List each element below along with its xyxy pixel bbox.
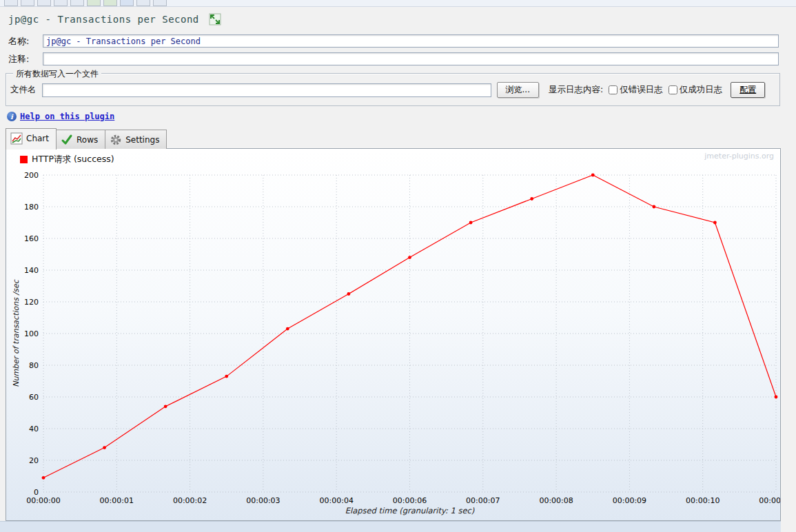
toolbar-strip [0,0,796,7]
tab-rows[interactable]: Rows [56,130,105,149]
browse-button[interactable]: 浏览... [497,82,539,98]
write-file-group: 所有数据写入一个文件 文件名 浏览... 显示日志内容: 仅错误日志 仅成功日志… [6,73,780,106]
errors-only-checkbox[interactable] [609,85,618,94]
x-tick-label: 00:00:02 [173,496,207,505]
tab-settings[interactable]: Settings [105,130,167,149]
data-point [713,221,717,225]
name-label: 名称: [8,35,43,48]
y-tick-label: 140 [24,266,39,275]
name-row: 名称: [8,34,779,48]
toolbar-fragment-icon[interactable] [4,0,18,6]
toolbar-fragment-icon[interactable] [37,0,51,6]
panel-title: jp@gc - Transactions per Second [8,14,199,25]
toolbar-fragment-icon[interactable] [136,0,150,6]
jmeter-tps-panel: jp@gc - Transactions per Second 名称: 注释: … [0,0,796,532]
legend-label: HTTP请求 (success) [32,154,114,165]
data-point [286,327,289,331]
errors-only-label: 仅错误日志 [620,84,663,96]
gear-icon [110,134,122,146]
toolbar-fragment-icon[interactable] [70,0,84,6]
data-point [103,446,106,449]
chart-legend: HTTP请求 (success) [20,154,114,165]
comment-input[interactable] [43,52,779,65]
x-tick-label: 00:00:10 [686,496,720,505]
tab-rows-label: Rows [76,135,98,145]
success-only-checkbox[interactable] [669,85,677,94]
data-point [42,476,45,480]
legend-color-swatch [20,156,28,163]
toolbar-fragment-icon[interactable] [21,0,34,6]
y-tick-label: 180 [24,203,39,212]
y-tick-label: 200 [24,171,39,180]
x-tick-label: 00:00:06 [393,496,427,505]
y-tick-label: 80 [29,361,39,370]
chart-panel: HTTP请求 (success) jmeter-plugins.org 0204… [6,148,781,521]
expand-toggle-icon[interactable] [209,13,221,25]
success-only-checkbox-wrap[interactable]: 仅成功日志 [669,84,723,96]
data-point [164,405,167,408]
toolbar-fragment-icon[interactable] [103,0,117,6]
data-point [652,205,655,209]
x-tick-label: 00:00:08 [539,496,573,505]
y-tick-label: 100 [24,329,39,338]
y-tick-label: 120 [24,298,39,307]
filename-label: 文件名 [10,84,37,96]
x-tick-label: 00:00:09 [613,496,646,505]
data-point [225,375,228,378]
x-tick-label: 00:00:03 [246,496,280,505]
x-axis-title: Elapsed time (granularity: 1 sec) [345,506,475,515]
write-file-group-title: 所有数据写入一个文件 [13,68,101,80]
data-point [530,197,533,201]
data-point [775,396,778,399]
y-axis-title: Number of transactions /sec [12,279,21,387]
success-only-label: 仅成功日志 [680,84,723,96]
tab-chart-label: Chart [26,134,49,143]
tps-line-chart: 02040608010012014016018020000:00:0000:00… [6,149,780,520]
x-tick-label: 00:00:04 [319,496,353,505]
check-icon [61,134,73,146]
x-tick-label: 00:00:07 [466,496,500,505]
write-file-row: 文件名 浏览... 显示日志内容: 仅错误日志 仅成功日志 配置 [10,82,775,98]
y-tick-label: 40 [29,424,39,433]
filename-input[interactable] [42,83,491,97]
y-tick-label: 20 [29,456,39,465]
y-tick-label: 60 [29,393,39,402]
help-row: i Help on this plugin [7,112,114,121]
name-input[interactable] [43,34,779,48]
series-line [43,175,776,478]
tab-settings-label: Settings [125,135,159,145]
y-tick-label: 160 [24,234,39,243]
tab-bar: Chart Rows Settings [6,127,167,149]
chart-grid: 02040608010012014016018020000:00:0000:00… [24,171,780,505]
tab-chart[interactable]: Chart [6,128,57,150]
x-tick-label: 00:00:01 [100,496,134,505]
info-icon: i [7,112,17,121]
toolbar-fragment-icon[interactable] [120,0,134,6]
x-tick-label: 00:00:12 [759,496,780,505]
comment-label: 注释: [8,53,43,65]
help-link[interactable]: Help on this plugin [20,112,114,121]
toolbar-fragment-icon[interactable] [153,0,167,6]
log-display-label: 显示日志内容: [549,84,603,96]
errors-only-checkbox-wrap[interactable]: 仅错误日志 [609,84,663,96]
panel-header: jp@gc - Transactions per Second [8,11,221,28]
x-tick-label: 00:00:00 [26,496,60,505]
toolbar-fragment-icon[interactable] [54,0,68,6]
comment-row: 注释: [8,52,779,65]
config-button[interactable]: 配置 [731,82,765,98]
data-point [469,221,473,225]
chart-icon [10,132,23,145]
watermark: jmeter-plugins.org [704,152,774,161]
data-point [408,256,411,259]
data-point [591,174,595,177]
toolbar-fragment-icon[interactable] [87,0,101,6]
bottom-strip [0,521,781,532]
data-point [347,292,351,296]
